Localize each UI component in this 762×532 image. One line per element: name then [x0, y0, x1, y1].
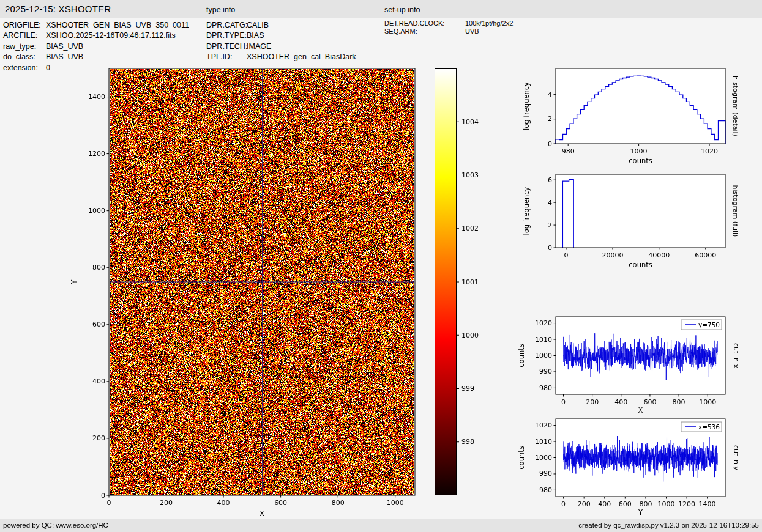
svg-text:counts: counts	[517, 344, 526, 367]
footer-bar: powered by QC: www.eso.org/HC created by…	[0, 519, 762, 532]
svg-text:200: 200	[586, 398, 599, 406]
footer-left-text: powered by QC: www.eso.org/HC	[3, 522, 108, 529]
svg-text:999: 999	[461, 385, 474, 393]
svg-text:1200: 1200	[88, 150, 105, 158]
svg-text:4: 4	[548, 91, 552, 98]
svg-text:X: X	[260, 509, 264, 518]
svg-text:0: 0	[101, 492, 105, 500]
svg-text:800: 800	[92, 264, 105, 272]
svg-text:200: 200	[92, 434, 105, 442]
svg-text:800: 800	[639, 500, 652, 508]
svg-text:1000: 1000	[630, 147, 648, 155]
svg-text:1000: 1000	[535, 352, 552, 360]
svg-text:histogram (full): histogram (full)	[731, 185, 739, 237]
svg-text:1004: 1004	[461, 118, 479, 126]
svg-text:1000: 1000	[88, 207, 105, 215]
svg-text:log frequency: log frequency	[522, 187, 531, 235]
svg-text:990: 990	[539, 470, 552, 478]
svg-text:0: 0	[561, 398, 566, 406]
svg-text:980: 980	[539, 384, 552, 392]
svg-text:0: 0	[548, 140, 552, 148]
svg-text:1020: 1020	[535, 421, 552, 429]
colorbar-gradient	[435, 68, 457, 495]
svg-text:0: 0	[548, 244, 552, 252]
svg-text:600: 600	[619, 500, 632, 508]
svg-text:400: 400	[598, 500, 611, 508]
svg-text:1400: 1400	[88, 93, 105, 101]
svg-text:0: 0	[561, 500, 566, 508]
svg-text:1000: 1000	[657, 500, 674, 508]
svg-text:cut in y: cut in y	[732, 445, 740, 470]
svg-text:800: 800	[673, 398, 685, 406]
svg-text:980: 980	[562, 147, 575, 155]
svg-text:Y: Y	[638, 508, 643, 517]
svg-text:1003: 1003	[461, 171, 479, 179]
svg-text:counts: counts	[629, 157, 652, 165]
svg-text:1400: 1400	[699, 500, 716, 508]
svg-text:Y: Y	[70, 279, 78, 285]
svg-text:600: 600	[643, 398, 656, 406]
svg-text:1000: 1000	[387, 499, 404, 507]
legend: y=750	[681, 320, 722, 330]
svg-text:990: 990	[539, 368, 552, 375]
svg-text:1000: 1000	[699, 398, 716, 406]
svg-text:998: 998	[461, 438, 474, 446]
svg-text:200: 200	[578, 500, 591, 508]
svg-text:0: 0	[564, 251, 569, 259]
histogram-full-plot: 02000040000600000246countslog frequencyh…	[522, 174, 739, 269]
svg-text:counts: counts	[517, 446, 526, 469]
svg-text:1000: 1000	[535, 454, 552, 462]
svg-text:1020: 1020	[535, 319, 552, 327]
svg-text:60000: 60000	[695, 251, 716, 259]
svg-text:2: 2	[548, 115, 552, 123]
svg-text:200: 200	[160, 499, 173, 507]
svg-text:400: 400	[217, 499, 230, 507]
svg-text:counts: counts	[629, 260, 652, 269]
svg-text:20000: 20000	[602, 251, 623, 259]
svg-text:histogram (detail): histogram (detail)	[731, 76, 739, 136]
cut-in-y-plot: x=53602004006008001000120014009809901000…	[517, 419, 740, 517]
svg-text:1010: 1010	[535, 336, 552, 344]
svg-text:800: 800	[332, 499, 345, 507]
svg-text:2: 2	[548, 221, 552, 229]
svg-text:log frequency: log frequency	[522, 82, 531, 130]
svg-text:1000: 1000	[461, 331, 479, 339]
svg-text:1200: 1200	[678, 500, 695, 508]
svg-text:6: 6	[548, 176, 552, 184]
svg-text:980: 980	[539, 486, 552, 494]
svg-text:0: 0	[107, 499, 111, 507]
svg-text:cut in x: cut in x	[732, 343, 740, 368]
footer-right-text: created by qc_rawdisp.py v1.2.3 on 2025-…	[578, 522, 759, 529]
svg-text:1010: 1010	[535, 438, 552, 446]
svg-text:1020: 1020	[701, 147, 718, 155]
histogram-detail-plot: 98010001020024countslog frequencyhistogr…	[522, 68, 739, 165]
svg-text:600: 600	[274, 499, 287, 507]
bias-image-canvas	[110, 69, 414, 495]
svg-text:4: 4	[548, 199, 552, 207]
svg-text:X: X	[638, 406, 643, 415]
cut-in-x-plot: y=75002004006008001000980990100010101020…	[517, 317, 740, 415]
figure-area: 0200400600800100002004006008001000120014…	[0, 0, 762, 532]
svg-text:40000: 40000	[648, 251, 670, 259]
svg-text:x=536: x=536	[698, 423, 720, 430]
legend: x=536	[681, 422, 722, 432]
svg-text:1002: 1002	[461, 224, 479, 232]
svg-text:1001: 1001	[461, 278, 479, 286]
svg-text:400: 400	[92, 377, 105, 385]
svg-text:y=750: y=750	[698, 321, 720, 328]
svg-text:600: 600	[92, 320, 105, 328]
svg-text:400: 400	[614, 398, 627, 406]
qc-report-page: 2025-12-15: XSHOOTER type info set-up in…	[0, 0, 762, 532]
